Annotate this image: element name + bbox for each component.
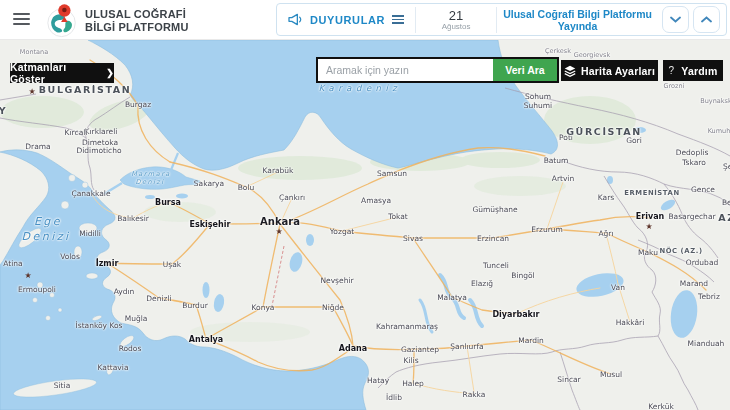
show-layers-label: Katmanları Göster (10, 61, 100, 85)
brand-line1: ULUSAL COĞRAFİ (85, 8, 189, 21)
layers-icon (564, 65, 576, 77)
chevron-down-icon (670, 16, 681, 23)
chevron-right-icon: ❯ (106, 68, 114, 78)
announcement-headline-link[interactable]: Ulusal Coğrafi Bilgi Platformu Yayında (497, 8, 658, 32)
announcement-prev-button[interactable] (662, 6, 689, 33)
search-input[interactable] (318, 59, 493, 81)
announcements-list-icon[interactable] (392, 13, 404, 26)
chevron-up-icon (701, 16, 712, 23)
announcements-label: DUYURULAR (310, 14, 385, 26)
search-data-button[interactable]: Veri Ara (493, 59, 557, 81)
announcement-date: 21 Ağustos (416, 9, 496, 31)
brand-line2: BİLGİ PLATFORMU (85, 21, 189, 34)
announcement-day: 21 (416, 9, 496, 22)
search-bar[interactable]: Veri Ara (316, 57, 559, 83)
question-mark-icon: ? (669, 65, 675, 76)
megaphone-icon (288, 13, 303, 26)
hamburger-menu-icon[interactable] (13, 13, 30, 26)
map-settings-button[interactable]: Harita Ayarları (561, 60, 658, 81)
announcements-button[interactable]: DUYURULAR (277, 13, 415, 26)
announcement-month: Ağustos (416, 22, 496, 31)
header: ULUSAL COĞRAFİ BİLGİ PLATFORMU DUYURULAR… (0, 0, 730, 40)
map-settings-label: Harita Ayarları (581, 65, 655, 77)
help-button[interactable]: ? Yardım (663, 60, 723, 81)
brand-title: ULUSAL COĞRAFİ BİLGİ PLATFORMU (85, 8, 189, 33)
platform-logo (45, 2, 80, 38)
announcement-next-button[interactable] (693, 6, 720, 33)
show-layers-button[interactable]: Katmanları Göster❯ (10, 63, 114, 83)
help-label: Yardım (681, 65, 717, 77)
app: MontanaÇerkeskGeorgievskGrozniBuynakskKu… (0, 0, 730, 410)
announcements-bar: DUYURULAR 21 Ağustos Ulusal Coğrafi Bilg… (276, 3, 727, 36)
